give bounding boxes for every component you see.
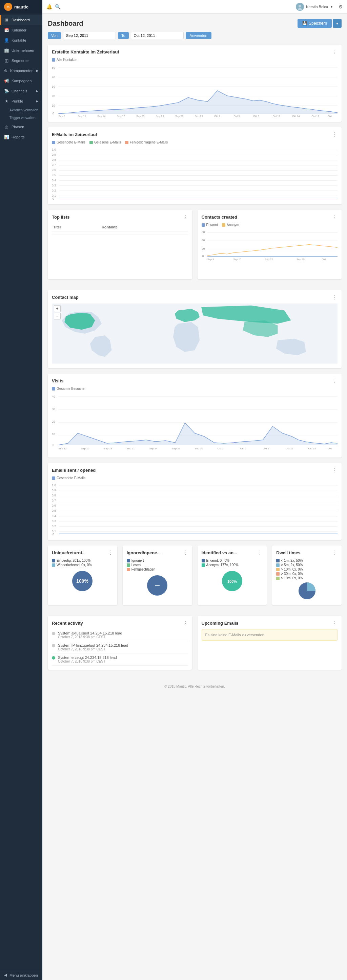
map-zoom-in-button[interactable]: +	[54, 305, 61, 312]
sidebar-item-kalender[interactable]: 📅 Kalender	[0, 25, 42, 35]
notification-bell-icon[interactable]: 🔔	[46, 4, 52, 10]
sidebar-collapse-button[interactable]: ◀ Menü einklappen	[0, 970, 42, 980]
svg-text:0.9: 0.9	[52, 153, 56, 156]
emails-over-time-widget: E-Mails im Zeitverlauf ⋮ Gesendete E-Mai…	[48, 127, 342, 204]
svg-text:—: —	[155, 583, 160, 588]
svg-text:0.1: 0.1	[52, 194, 56, 197]
sidebar-item-kampagnen[interactable]: 📢 Kampagnen	[0, 76, 42, 86]
svg-text:0.1: 0.1	[52, 530, 56, 533]
from-date-input[interactable]	[63, 32, 116, 39]
svg-text:Okt 14: Okt 14	[321, 200, 329, 200]
legend-label: > 30m, 0x, 0%	[281, 572, 302, 576]
widget-header: E-Mails im Zeitverlauf ⋮	[52, 131, 337, 138]
sidebar-item-label: Kampagnen	[11, 79, 32, 83]
sidebar-item-komponenten[interactable]: ⊕ Komponenten ▶	[0, 66, 42, 76]
widget-header: Visits ⋮	[52, 378, 337, 384]
widget-title: Visits	[52, 378, 63, 383]
svg-text:Okt 12: Okt 12	[286, 447, 293, 450]
sidebar-item-reports[interactable]: 📊 Reports	[0, 132, 42, 142]
legend-color	[276, 568, 280, 571]
save-dropdown-button[interactable]: ▼	[333, 19, 342, 28]
widget-menu-icon[interactable]: ⋮	[332, 550, 337, 556]
svg-text:10: 10	[52, 104, 55, 107]
widget-menu-icon[interactable]: ⋮	[332, 620, 337, 626]
legend-color	[201, 563, 205, 567]
widget-menu-icon[interactable]: ⋮	[183, 620, 188, 626]
widget-menu-icon[interactable]: ⋮	[332, 378, 337, 384]
activity-time: October 7, 2018 9:38 pm CEST	[58, 648, 128, 651]
pie-chart-ignored: —	[127, 572, 188, 599]
widget-title: Dwell times	[276, 550, 301, 555]
legend-label: Gesendete E-Mails	[57, 476, 85, 480]
pie-chart-unique: 100%	[52, 568, 113, 595]
activity-content: System erzeugt 24.234.15.218 lead Octobe…	[58, 655, 117, 663]
pie-legend: Erkannt: 0r, 0% Anonym: 177x, 100%	[201, 559, 263, 567]
svg-text:Sep 8: Sep 8	[59, 200, 66, 200]
legend-item-erkannt: Erkannt	[201, 223, 218, 227]
emails-sent-chart: 1.0 0.9 0.8 0.7 0.6 0.5 0.4 0.3 0.2 0.1 …	[52, 482, 337, 536]
legend-label: Wiederkehrend: 0x, 0%	[57, 563, 92, 567]
svg-text:Sep 15: Sep 15	[233, 258, 241, 261]
sidebar-item-label: Komponenten	[10, 69, 34, 73]
svg-text:Sep 30: Sep 30	[195, 447, 203, 450]
widget-menu-icon[interactable]: ⋮	[183, 214, 188, 220]
sidebar-item-aktionen[interactable]: Aktionen verwalten	[0, 106, 42, 114]
legend-sent-label: Gesendete E-Mails	[57, 140, 85, 144]
search-icon[interactable]: 🔍	[55, 4, 61, 10]
widget-title: Identified vs an...	[201, 550, 237, 555]
sidebar-item-unternehmen[interactable]: 🏢 Unternehmen	[0, 45, 42, 56]
sidebar-item-phasen[interactable]: ◎ Phasen	[0, 122, 42, 132]
svg-text:Okt 8: Okt 8	[253, 115, 259, 118]
sidebar-item-label: Unternehmen	[11, 48, 34, 52]
pie-legend: Ignoriert Lesen Fehlgeschlagen	[127, 559, 188, 571]
sidebar-item-channels[interactable]: 📡 Channels ▶	[0, 86, 42, 96]
svg-text:Okt 9: Okt 9	[263, 447, 269, 450]
widget-menu-icon[interactable]: ⋮	[332, 214, 337, 220]
legend-label: > 10m, 0x, 0%	[281, 576, 302, 580]
widget-menu-icon[interactable]: ⋮	[332, 49, 337, 55]
campaigns-icon: 📢	[4, 78, 9, 83]
svg-text:Okt: Okt	[321, 258, 326, 261]
sidebar-item-trigger[interactable]: Trigger verwalten	[0, 114, 42, 122]
apply-date-button[interactable]: Anwenden	[186, 32, 211, 39]
activity-status-dot	[52, 656, 55, 660]
save-button[interactable]: 💾 Speichern	[297, 19, 332, 28]
calendar-icon: 📅	[4, 28, 9, 32]
widget-title: Contacts created	[201, 215, 237, 220]
contacts-icon: 👤	[4, 38, 9, 43]
activity-item: System erzeugt 24.234.15.218 lead Octobe…	[52, 654, 188, 666]
svg-text:20: 20	[52, 94, 55, 98]
widget-menu-icon[interactable]: ⋮	[108, 550, 113, 556]
widget-title: Unique/returni...	[52, 550, 86, 555]
widget-menu-icon[interactable]: ⋮	[332, 294, 337, 301]
map-controls: + −	[54, 305, 61, 320]
emails-sent-opened-widget: Emails sent / opened ⋮ Gesendete E-Mails…	[48, 463, 342, 540]
settings-gear-icon[interactable]: ⚙	[339, 4, 343, 10]
sidebar-item-punkte[interactable]: ★ Punkte ▶	[0, 96, 42, 106]
widget-menu-icon[interactable]: ⋮	[257, 550, 262, 556]
widget-menu-icon[interactable]: ⋮	[332, 467, 337, 473]
sidebar-item-label: Kontakte	[11, 38, 26, 42]
chevron-left-icon: ◀	[4, 973, 7, 977]
to-label: To	[118, 32, 129, 39]
svg-text:Sep 29: Sep 29	[195, 115, 203, 118]
chevron-down-icon: ▼	[330, 5, 333, 8]
sidebar-item-kontakte[interactable]: 👤 Kontakte	[0, 35, 42, 45]
sidebar-item-segmente[interactable]: ◫ Segmente	[0, 56, 42, 66]
page-header: Dashboard 💾 Speichern ▼	[48, 19, 342, 28]
legend-failed-label: Fehlgeschlagene E-Mails	[130, 140, 168, 144]
sidebar-item-label: Dashboard	[11, 18, 30, 22]
sidebar-item-dashboard[interactable]: ⊞ Dashboard	[0, 15, 42, 25]
widget-menu-icon[interactable]: ⋮	[332, 131, 337, 138]
activity-text: System IP hinzugefügt 24.234.15.218 lead	[58, 643, 128, 648]
svg-text:Sep 15: Sep 15	[81, 447, 90, 450]
user-menu[interactable]: Kerstin Belca ▼	[296, 3, 333, 11]
legend-color	[52, 559, 55, 562]
widget-menu-icon[interactable]: ⋮	[183, 550, 188, 556]
activity-content: System aktualisiert 24.234.15.218 lead O…	[58, 631, 122, 639]
stats-row: Unique/returni... ⋮ Eindeutig: 201x, 100…	[48, 546, 342, 611]
sidebar-item-label: Segmente	[11, 59, 29, 63]
to-date-input[interactable]	[131, 32, 184, 39]
legend-label: Lesen	[131, 563, 141, 567]
map-zoom-out-button[interactable]: −	[54, 313, 61, 320]
